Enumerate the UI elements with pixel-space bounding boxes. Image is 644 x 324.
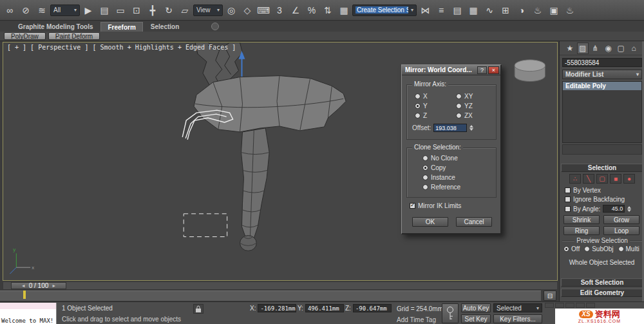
time-slider-track[interactable]: 0 / 100: [3, 281, 558, 290]
current-frame-marker[interactable]: [23, 291, 26, 299]
display-tab-icon[interactable]: ▢: [615, 43, 627, 54]
create-tab-icon[interactable]: ★: [564, 43, 576, 54]
use-pivot-point-center-icon[interactable]: ◎: [223, 3, 239, 18]
loop-button[interactable]: Loop: [603, 226, 639, 235]
radio-copy[interactable]: Copy: [422, 163, 460, 173]
time-slider-handle[interactable]: 0 / 100: [11, 282, 66, 289]
align-tool-icon[interactable]: ≡: [433, 3, 449, 18]
vertex-mode-icon[interactable]: ∴: [569, 174, 581, 184]
select-and-move-icon[interactable]: ╋: [145, 3, 160, 18]
radio-preview-subobj[interactable]: SubObj: [584, 245, 613, 253]
edit-named-selection-sets-icon[interactable]: ▦: [336, 3, 352, 18]
keyboard-shortcut-override-icon[interactable]: ⌨: [256, 3, 271, 18]
cancel-button[interactable]: Cancel: [456, 217, 492, 227]
previous-frame-button[interactable]: [555, 303, 564, 308]
rendered-frame-window-icon[interactable]: ▣: [546, 3, 562, 18]
angle-snap-toggle-icon[interactable]: ∠: [288, 3, 303, 18]
radio-axis-zx[interactable]: ZX: [456, 111, 473, 120]
snaps-toggle-icon[interactable]: 3: [272, 3, 287, 18]
subtab-polydraw[interactable]: PolyDraw: [4, 32, 46, 40]
mirror-dialog-titlebar[interactable]: Mirror: World Coord... ? ×: [402, 65, 500, 75]
radio-preview-off[interactable]: Off: [564, 245, 580, 253]
add-time-tag[interactable]: Add Time Tag: [397, 316, 436, 323]
render-setup-icon[interactable]: ♨: [530, 3, 545, 18]
dialog-close-button[interactable]: ×: [488, 66, 499, 74]
by-angle-field[interactable]: 45.0: [603, 205, 625, 213]
track-bar[interactable]: [0, 291, 541, 301]
by-vertex-checkbox[interactable]: [565, 187, 571, 193]
viewport-label[interactable]: [ + ] [ Perspective ] [ Smooth + Highlig…: [7, 44, 236, 51]
ring-button[interactable]: Ring: [564, 226, 600, 235]
radio-axis-z[interactable]: Z: [415, 111, 428, 120]
ignore-backfacing-checkbox[interactable]: [565, 196, 571, 202]
motion-tab-icon[interactable]: ◉: [602, 43, 614, 54]
render-production-icon[interactable]: ♨: [562, 3, 578, 18]
dialog-help-button[interactable]: ?: [477, 66, 487, 74]
mirror-ik-checkbox[interactable]: [410, 203, 415, 209]
select-by-name-icon[interactable]: ▤: [97, 3, 112, 18]
spinner-snap-toggle-icon[interactable]: ⇅: [320, 3, 336, 18]
offset-field[interactable]: 193.038: [433, 124, 467, 132]
edge-mode-icon[interactable]: ╲: [583, 174, 594, 184]
select-and-scale-icon[interactable]: ▱: [177, 3, 193, 18]
play-animation-button[interactable]: [565, 303, 574, 308]
auto-key-button[interactable]: Auto Key: [461, 303, 491, 312]
selection-filter-dropdown[interactable]: All: [50, 5, 80, 16]
tab-graphite-modeling-tools[interactable]: Graphite Modeling Tools: [12, 22, 99, 32]
soft-selection-rollout-header[interactable]: Soft Selection: [561, 278, 643, 287]
reference-coordinate-dropdown[interactable]: View: [193, 5, 223, 16]
select-and-rotate-icon[interactable]: ↻: [161, 3, 176, 18]
radio-no-clone[interactable]: No Clone: [422, 153, 460, 163]
graphite-ribbon-toggle-icon[interactable]: ▦: [466, 3, 481, 18]
offset-spinner[interactable]: [469, 125, 473, 131]
ribbon-options-button[interactable]: [211, 23, 219, 30]
bind-to-space-warp-icon[interactable]: ≋: [34, 3, 50, 18]
rectangular-selection-region-icon[interactable]: ▭: [113, 3, 128, 18]
radio-axis-y[interactable]: Y: [415, 101, 428, 111]
radio-reference[interactable]: Reference: [422, 182, 460, 192]
key-filters-button[interactable]: Key Filters...: [493, 314, 542, 323]
grow-button[interactable]: Grow: [603, 215, 639, 224]
curve-editor-icon[interactable]: ∿: [482, 3, 497, 18]
radio-axis-yz[interactable]: YZ: [456, 101, 473, 111]
by-angle-checkbox[interactable]: [565, 206, 571, 212]
schematic-view-icon[interactable]: ⊞: [498, 3, 513, 18]
object-name-field[interactable]: -558038584: [562, 58, 642, 67]
hierarchy-tab-icon[interactable]: ⋔: [590, 43, 601, 54]
ok-button[interactable]: OK: [412, 217, 448, 227]
z-coordinate-field[interactable]: -90.647mm: [353, 304, 392, 312]
tab-selection[interactable]: Selection: [144, 22, 185, 32]
layer-manager-icon[interactable]: ▤: [450, 3, 465, 18]
select-and-link-icon[interactable]: ∞: [2, 3, 17, 18]
x-coordinate-field[interactable]: -169.281mm: [258, 304, 296, 312]
viewcube-puck[interactable]: [515, 60, 545, 82]
by-vertex-row[interactable]: By Vertex: [565, 187, 601, 194]
y-coordinate-field[interactable]: 496.411mm: [305, 304, 344, 312]
polygon-mode-icon[interactable]: ■: [610, 174, 621, 184]
selection-lock-toggle[interactable]: [193, 304, 204, 314]
unlink-selection-icon[interactable]: ⊘: [18, 3, 33, 18]
utilities-tab-icon[interactable]: ⌂: [628, 43, 639, 54]
go-to-start-button[interactable]: [545, 303, 554, 308]
key-mode-dropdown[interactable]: Selected: [493, 303, 542, 312]
radio-axis-xy[interactable]: XY: [456, 91, 473, 101]
named-selection-dropdown[interactable]: Create Selection Se: [352, 5, 417, 16]
radio-axis-x[interactable]: X: [415, 91, 428, 101]
material-editor-icon[interactable]: ◑: [514, 3, 529, 18]
selection-rollout-header[interactable]: Selection: [561, 164, 643, 172]
maxscript-mini-listener[interactable]: Welcome to MAX!: [0, 303, 57, 324]
mirror-ik-limits-row[interactable]: Mirror IK Limits: [410, 202, 461, 209]
ignore-backfacing-row[interactable]: Ignore Backfacing: [565, 196, 625, 203]
edit-geometry-rollout-header[interactable]: Edit Geometry: [561, 289, 643, 297]
by-angle-spinner[interactable]: [627, 206, 631, 212]
window-crossing-toggle-icon[interactable]: ⊡: [129, 3, 144, 18]
select-object-icon[interactable]: ▶: [80, 3, 96, 18]
modify-tab-icon[interactable]: ▨: [577, 43, 589, 54]
set-key-button[interactable]: Set Key: [461, 314, 491, 323]
go-to-end-button[interactable]: [586, 303, 595, 308]
radio-preview-multi[interactable]: Multi: [618, 245, 639, 253]
border-mode-icon[interactable]: ▢: [596, 174, 608, 184]
percent-snap-toggle-icon[interactable]: %: [304, 3, 319, 18]
mini-curve-editor-button[interactable]: ⊟: [544, 291, 556, 301]
select-and-manipulate-icon[interactable]: ◇: [240, 3, 255, 18]
